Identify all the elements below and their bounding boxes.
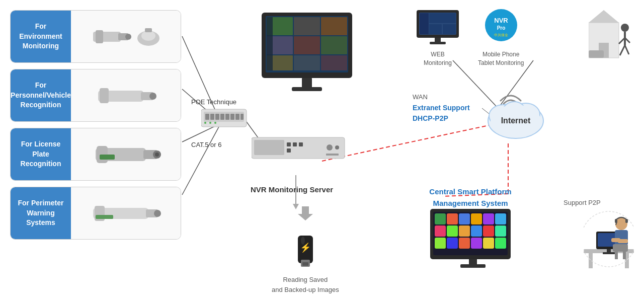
- camera-svg-perimeter: [91, 196, 161, 231]
- diagram: For EnvironmentMonitoring For Personne: [0, 0, 644, 302]
- web-monitoring-label: WEBMonitoring: [424, 50, 452, 67]
- operator-icon: [584, 209, 634, 271]
- svg-point-94: [621, 24, 629, 32]
- svg-rect-75: [302, 262, 308, 266]
- svg-rect-66: [293, 142, 297, 146]
- svg-rect-42: [225, 114, 229, 120]
- svg-line-3: [182, 127, 219, 195]
- svg-rect-126: [459, 238, 470, 249]
- svg-text:⚡: ⚡: [300, 242, 311, 253]
- svg-rect-85: [430, 42, 446, 44]
- svg-rect-127: [471, 238, 482, 249]
- nvr-device: [252, 133, 350, 165]
- svg-rect-62: [292, 87, 322, 91]
- camera-panel: For EnvironmentMonitoring For Personne: [10, 10, 181, 240]
- monitoring-icons-area: WEBMonitoring NVR Pro 中兴保全 Mobile PhoneT…: [413, 8, 524, 67]
- monitor-svg: [257, 10, 357, 111]
- platform-monitor-svg: [428, 206, 518, 272]
- svg-rect-71: [326, 154, 339, 156]
- camera-label-plate: For License PlateRecognition: [11, 128, 71, 180]
- svg-rect-30: [100, 155, 115, 160]
- svg-rect-20: [145, 28, 152, 32]
- internet-cloud-svg: Internet: [483, 93, 548, 143]
- poe-switch-svg: [201, 104, 249, 132]
- svg-text:中兴保全: 中兴保全: [494, 33, 508, 37]
- svg-rect-40: [215, 114, 219, 120]
- svg-rect-118: [435, 225, 446, 237]
- monitor-display: [257, 10, 357, 112]
- svg-rect-120: [459, 225, 470, 237]
- camera-svg-env: [91, 19, 161, 54]
- svg-rect-123: [495, 225, 506, 237]
- camera-card-plate: For License PlateRecognition: [10, 128, 181, 181]
- svg-rect-128: [483, 238, 494, 249]
- svg-line-98: [620, 45, 625, 55]
- svg-rect-143: [613, 244, 628, 252]
- nvr-label: NVR Monitoring Server: [236, 185, 347, 194]
- svg-rect-112: [435, 213, 446, 224]
- wan-label: WAN: [413, 93, 470, 101]
- svg-rect-125: [447, 238, 458, 249]
- svg-text:Pro: Pro: [497, 25, 505, 31]
- svg-rect-129: [495, 238, 506, 249]
- svg-rect-115: [471, 213, 482, 224]
- person-svg: [589, 8, 634, 63]
- svg-rect-121: [471, 225, 482, 237]
- nvr-pro-svg: NVR Pro 中兴保全: [478, 8, 524, 48]
- camera-card-vehicle: For Personnel/VehicleRecognition: [10, 69, 181, 122]
- person-walking-icon: [589, 8, 634, 64]
- mobile-monitoring-box: NVR Pro 中兴保全 Mobile PhoneTablet Monitori…: [478, 8, 524, 67]
- svg-rect-17: [96, 30, 103, 43]
- svg-rect-113: [447, 213, 458, 224]
- central-platform-section: Central Smart PlatformManagement System: [413, 186, 528, 209]
- svg-rect-83: [443, 24, 456, 34]
- svg-line-99: [625, 45, 629, 54]
- svg-rect-38: [205, 114, 209, 120]
- svg-point-28: [155, 153, 159, 157]
- camera-label-env: For EnvironmentMonitoring: [11, 11, 71, 62]
- camera-svg-plate: [91, 137, 161, 172]
- svg-rect-80: [420, 13, 429, 34]
- svg-rect-35: [96, 215, 113, 219]
- svg-rect-147: [625, 219, 628, 223]
- svg-rect-41: [220, 114, 224, 120]
- svg-rect-144: [615, 252, 618, 259]
- svg-rect-64: [254, 140, 284, 155]
- svg-rect-44: [235, 114, 239, 120]
- svg-rect-142: [618, 239, 628, 243]
- svg-rect-116: [483, 213, 494, 224]
- svg-point-33: [154, 210, 161, 217]
- svg-rect-82: [429, 24, 442, 34]
- svg-rect-68: [287, 148, 291, 153]
- web-monitoring-box: WEBMonitoring: [413, 8, 463, 67]
- camera-image-perimeter: [71, 187, 181, 239]
- svg-point-23: [149, 93, 156, 100]
- web-monitor-svg: [413, 8, 463, 48]
- svg-rect-56: [321, 36, 347, 54]
- svg-rect-138: [603, 252, 615, 254]
- svg-rect-145: [623, 252, 626, 259]
- usb-section: ⚡ Reading Savedand Backed-up Images: [272, 206, 339, 294]
- central-platform-label: Central Smart PlatformManagement System: [413, 186, 528, 209]
- svg-rect-65: [287, 142, 291, 146]
- svg-rect-60: [267, 17, 273, 70]
- svg-point-70: [335, 145, 339, 149]
- svg-rect-114: [459, 213, 470, 224]
- svg-text:NVR: NVR: [494, 17, 508, 24]
- svg-rect-53: [321, 17, 347, 35]
- camera-label-perimeter: For PerimeterWarning Systems: [11, 187, 71, 239]
- svg-rect-122: [483, 225, 494, 237]
- svg-rect-67: [299, 142, 303, 146]
- svg-rect-124: [435, 238, 446, 249]
- operator-svg: [584, 209, 634, 269]
- svg-point-48: [214, 122, 216, 124]
- wan-section: WAN Extranet SupportDHCP-P2P: [413, 93, 470, 124]
- svg-rect-93: [589, 50, 604, 58]
- svg-text:Internet: Internet: [501, 116, 531, 125]
- down-arrow-svg: [298, 206, 313, 221]
- camera-image-vehicle: [71, 69, 181, 121]
- camera-image-env: [71, 11, 181, 62]
- svg-point-69: [327, 144, 333, 150]
- internet-cloud: Internet: [483, 93, 548, 145]
- camera-svg-vehicle: [91, 78, 161, 113]
